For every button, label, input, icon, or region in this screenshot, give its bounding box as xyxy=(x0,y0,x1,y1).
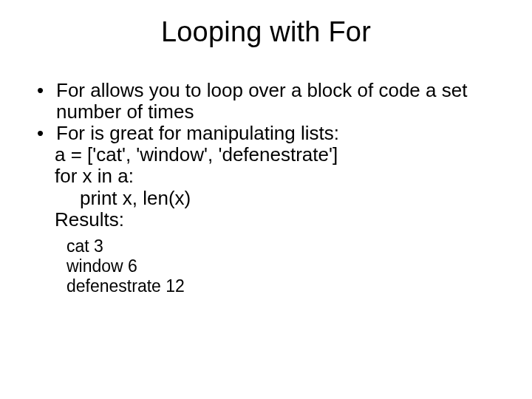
bullet-text: For is great for manipulating lists: xyxy=(56,123,497,144)
output-line: cat 3 xyxy=(66,236,497,256)
slide-title: Looping with For xyxy=(0,0,532,48)
code-line: a = ['cat', 'window', 'defenestrate'] xyxy=(35,144,497,166)
bullet-dot-icon: • xyxy=(35,123,56,144)
output-line: defenestrate 12 xyxy=(66,276,497,296)
slide: Looping with For • For allows you to loo… xyxy=(0,0,532,399)
code-line: for x in a: xyxy=(35,166,497,187)
bullet-item: • For is great for manipulating lists: xyxy=(35,123,497,144)
code-line-indented: print x, len(x) xyxy=(35,188,497,209)
results-label: Results: xyxy=(35,209,497,231)
bullet-text: For allows you to loop over a block of c… xyxy=(56,80,497,123)
results-output: cat 3 window 6 defenestrate 12 xyxy=(35,236,497,296)
bullet-dot-icon: • xyxy=(35,80,56,101)
output-line: window 6 xyxy=(66,256,497,276)
bullet-item: • For allows you to loop over a block of… xyxy=(35,80,497,123)
slide-body: • For allows you to loop over a block of… xyxy=(35,80,497,296)
